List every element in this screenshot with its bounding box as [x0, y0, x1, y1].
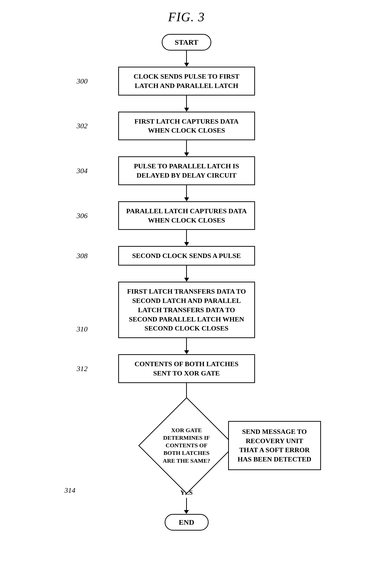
- step-304-label: 304: [77, 167, 88, 175]
- step-300-label: 300: [77, 77, 88, 85]
- step-308-row: 308 SECOND CLOCK SENDS A PULSE: [77, 246, 297, 266]
- start-terminal: START: [162, 34, 211, 51]
- step-306-row: 306 PARALLEL LATCH CAPTURES DATA WHEN CL…: [77, 201, 297, 230]
- arrow-310-to-312: [184, 338, 189, 354]
- step-302-box: FIRST LATCH CAPTURES DATA WHEN CLOCK CLO…: [118, 112, 255, 140]
- step-302-row: 302 FIRST LATCH CAPTURES DATA WHEN CLOCK…: [77, 112, 297, 140]
- page-container: FIG. 3 START 300 CLOCK SENDS PULSE TO FI…: [0, 0, 373, 588]
- step-302-label: 302: [77, 122, 88, 130]
- figure-title: FIG. 3: [0, 10, 373, 24]
- step-312-row: 312 CONTENTS OF BOTH LATCHES SENT TO XOR…: [77, 354, 297, 383]
- step-304-row: 304 PULSE TO PARALLEL LATCH IS DELAYED B…: [77, 156, 297, 185]
- arrow-304-to-306: [184, 185, 189, 201]
- end-terminal: END: [165, 514, 209, 531]
- arrow-302-to-304: [184, 140, 189, 156]
- step-300-box: CLOCK SENDS PULSE TO FIRST LATCH AND PAR…: [118, 67, 255, 96]
- step-314-label: 314: [64, 486, 75, 494]
- flowchart: START 300 CLOCK SENDS PULSE TO FIRST LAT…: [0, 34, 373, 531]
- step-304-box: PULSE TO PARALLEL LATCH IS DELAYED BY DE…: [118, 156, 255, 185]
- arrow-start-to-300: [184, 51, 189, 67]
- step-314-text: XOR GATE DETERMINES IF CONTENTS OF BOTH …: [157, 427, 216, 465]
- step-310-box: FIRST LATCH TRANSFERS DATA TO SECOND LAT…: [118, 282, 255, 338]
- step-312-label: 312: [77, 364, 88, 373]
- step-306-box: PARALLEL LATCH CAPTURES DATA WHEN CLOCK …: [118, 201, 255, 230]
- arrow-300-to-302: [184, 96, 189, 112]
- step-312-box: CONTENTS OF BOTH LATCHES SENT TO XOR GAT…: [118, 354, 255, 383]
- step-300-row: 300 CLOCK SENDS PULSE TO FIRST LATCH AND…: [77, 67, 297, 96]
- decision-wrapper: XOR GATE DETERMINES IF CONTENTS OF BOTH …: [145, 404, 228, 487]
- step-310-label: 310: [77, 325, 88, 333]
- step-308-box: SECOND CLOCK SENDS A PULSE: [118, 246, 255, 266]
- step-310-row: 310 FIRST LATCH TRANSFERS DATA TO SECOND…: [77, 282, 297, 338]
- arrow-308-to-310: [184, 266, 189, 282]
- step-306-label: 306: [77, 212, 88, 220]
- step-314-no-box: SEND MESSAGE TO RECOVERY UNIT THAT A SOF…: [228, 421, 321, 470]
- arrow-306-to-308: [184, 230, 189, 246]
- step-308-label: 308: [77, 252, 88, 260]
- step-314-diamond: XOR GATE DETERMINES IF CONTENTS OF BOTH …: [145, 404, 228, 487]
- side-box-wrapper: SEND MESSAGE TO RECOVERY UNIT THAT A SOF…: [228, 421, 321, 470]
- step-314-section: NO XOR GATE DETERMINES IF CONTENTS OF BO…: [52, 404, 321, 487]
